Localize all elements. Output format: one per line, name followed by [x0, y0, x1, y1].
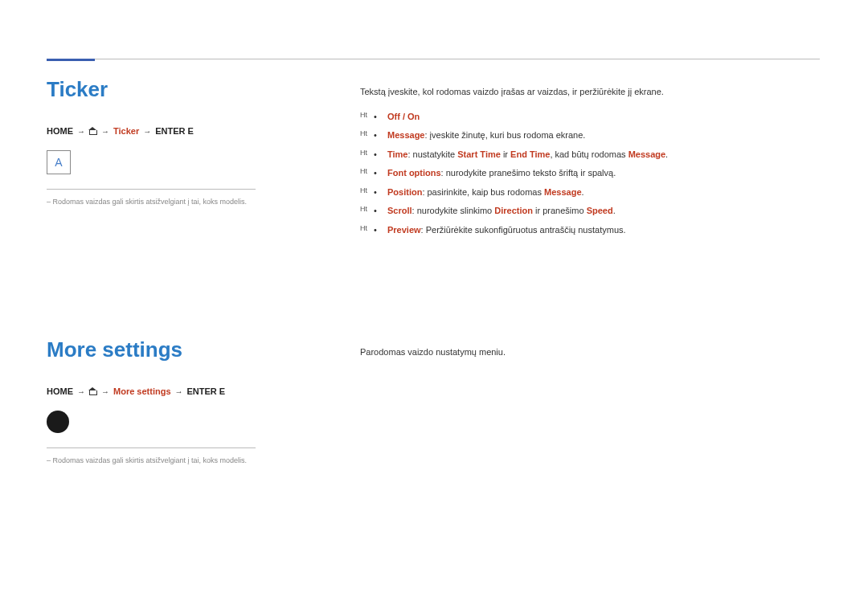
marker-icon: Ht — [360, 110, 367, 121]
home-icon — [89, 127, 97, 135]
ticker-note: Rodomas vaizdas gali skirtis atsižvelgia… — [47, 198, 304, 206]
marker-icon: Ht — [360, 129, 367, 140]
preview-letter: A — [55, 156, 62, 169]
more-settings-preview-circle — [47, 411, 69, 433]
item-text: Preview: Peržiūrėkite sukonfigūruotus an… — [387, 225, 626, 235]
item-text: Font options: nurodykite pranešimo tekst… — [387, 168, 616, 178]
breadcrumb-ticker: Ticker — [113, 126, 139, 136]
home-icon — [89, 387, 97, 395]
more-settings-breadcrumb: HOME → → More settings → ENTER E — [47, 386, 304, 396]
page-header-accent — [47, 59, 95, 61]
ticker-breadcrumb: HOME → → Ticker → ENTER E — [47, 126, 304, 136]
divider — [47, 447, 256, 448]
list-item: HtPreview: Peržiūrėkite sukonfigūruotus … — [360, 223, 802, 237]
arrow-icon: → — [175, 387, 183, 396]
ticker-options-list: HtOff / On HtMessage: įveskite žinutę, k… — [360, 110, 802, 237]
more-settings-heading: More settings — [47, 337, 304, 362]
list-item: HtTime: nustatykite Start Time ir End Ti… — [360, 148, 802, 161]
ticker-heading: Ticker — [47, 77, 304, 102]
arrow-icon: → — [77, 127, 85, 136]
marker-icon: Ht — [360, 148, 367, 159]
list-item: HtScroll: nurodykite slinkimo Direction … — [360, 204, 802, 218]
list-item: HtMessage: įveskite žinutę, kuri bus rod… — [360, 129, 802, 142]
arrow-icon: → — [143, 127, 151, 136]
item-text: Off / On — [387, 112, 420, 121]
item-text: Message: įveskite žinutę, kuri bus rodom… — [387, 130, 585, 140]
item-text: Position: pasirinkite, kaip bus rodomas … — [387, 187, 584, 197]
divider — [47, 189, 256, 190]
breadcrumb-more-settings: More settings — [113, 386, 171, 396]
breadcrumb-home: HOME — [47, 126, 73, 136]
more-settings-left-column: More settings HOME → → More settings → E… — [47, 337, 304, 464]
more-settings-note: Rodomas vaizdas gali skirtis atsižvelgia… — [47, 456, 304, 464]
breadcrumb-enter: ENTER E — [187, 386, 226, 396]
more-settings-description: Parodomas vaizdo nustatymų meniu. — [360, 345, 802, 359]
page-divider — [47, 59, 820, 59]
list-item: HtFont options: nurodykite pranešimo tek… — [360, 166, 802, 180]
arrow-icon: → — [101, 387, 109, 396]
more-settings-right-column: Parodomas vaizdo nustatymų meniu. — [360, 345, 802, 370]
item-text: Scroll: nurodykite slinkimo Direction ir… — [387, 206, 616, 215]
marker-icon: Ht — [360, 204, 367, 215]
item-text: Time: nustatykite Start Time ir End Time… — [387, 149, 668, 159]
arrow-icon: → — [77, 387, 85, 396]
ticker-description: Tekstą įveskite, kol rodomas vaizdo įraš… — [360, 85, 802, 99]
marker-icon: Ht — [360, 223, 367, 235]
breadcrumb-home: HOME — [47, 386, 73, 396]
breadcrumb-enter: ENTER E — [155, 126, 194, 136]
arrow-icon: → — [101, 127, 109, 136]
ticker-left-column: Ticker HOME → → Ticker → ENTER E A Rodom… — [47, 77, 304, 206]
marker-icon: Ht — [360, 186, 367, 197]
list-item: HtOff / On — [360, 110, 802, 124]
list-item: HtPosition: pasirinkite, kaip bus rodoma… — [360, 186, 802, 199]
ticker-right-column: Tekstą įveskite, kol rodomas vaizdo įraš… — [360, 85, 802, 242]
marker-icon: Ht — [360, 166, 367, 178]
ticker-preview-box: A — [47, 150, 71, 174]
